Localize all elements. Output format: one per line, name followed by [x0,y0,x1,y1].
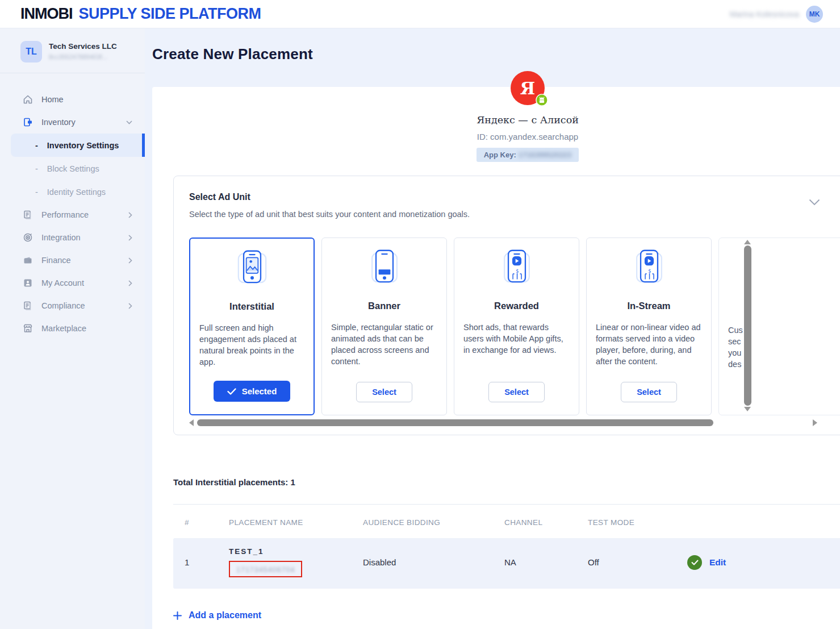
interstitial-icon [231,249,274,290]
sidebar-item-identity-settings[interactable]: - Identity Settings [0,180,145,203]
col-header-test-mode: TEST MODE [576,518,676,527]
select-button[interactable]: Select [621,382,677,402]
horizontal-scroll-thumb[interactable] [197,419,713,426]
sidebar-item-integration[interactable]: Integration [0,226,145,249]
banner-icon [363,248,406,289]
sidebar-item-inventory-settings[interactable]: - Inventory Settings [11,134,145,157]
ad-unit-title: Interstitial [229,301,274,312]
sidebar-item-home[interactable]: Home [0,88,145,111]
marketplace-icon [23,323,33,334]
ad-unit-title: Banner [368,301,400,311]
home-icon [23,94,33,105]
sidebar-item-label: Inventory [41,118,118,127]
vertical-scroll-thumb[interactable] [744,245,751,406]
svg-text:$: $ [516,269,519,274]
ad-unit-description: Simple, rectangular static or animated a… [331,322,437,367]
app-name: Яндекс — с Алисой [152,114,840,126]
app-key-value: 1716399520223 [518,151,571,159]
panel-title: Select Ad Unit [189,192,817,202]
ad-unit-card-banner[interactable]: Banner Simple, rectangular static or ani… [321,238,447,415]
ad-unit-card-rewarded[interactable]: $ Rewarded Short ads, that rewards users… [454,238,579,415]
test-mode-value: Off [576,557,676,567]
sidebar-item-label: Marketplace [41,324,132,333]
user-avatar[interactable]: MK [806,6,823,23]
check-icon [227,388,236,395]
placement-name: TEST_1 [229,547,352,556]
placements-section: Total Interstitial placements: 1 # PLACE… [173,477,840,620]
account-card: TL Tech Services LLC 8cc355247889403f... [0,41,145,73]
scroll-down-arrow-icon[interactable] [744,407,751,411]
app-key-label: App Key: [484,151,516,159]
ad-unit-card-clipped[interactable]: Cus sec you des [718,238,840,415]
sidebar-item-compliance[interactable]: Compliance [0,294,145,317]
select-ad-unit-panel: Select Ad Unit Select the type of ad uni… [173,176,840,435]
rewarded-icon: $ [495,248,538,289]
collapse-chevron-icon[interactable] [809,199,820,206]
sidebar-subitem-label: Inventory Settings [47,141,119,150]
edit-link[interactable]: Edit [709,557,726,568]
sidebar-item-marketplace[interactable]: Marketplace [0,317,145,340]
scroll-left-arrow-icon[interactable] [189,419,194,426]
sidebar-item-label: Performance [41,210,120,219]
sidebar-item-inventory[interactable]: Inventory [0,111,145,134]
scroll-up-arrow-icon[interactable] [744,240,751,244]
integration-icon [23,232,33,243]
ad-unit-title: Rewarded [494,301,539,311]
sidebar-subitem-label: Identity Settings [47,188,106,197]
horizontal-scrollbar[interactable] [189,419,817,427]
ad-unit-card-interstitial[interactable]: Interstitial Full screen and high engage… [189,238,315,415]
ad-unit-card-instream[interactable]: $ In-Stream Linear or non-linear video a… [586,238,712,415]
sidebar-item-my-account[interactable]: My Account [0,272,145,294]
table-row: 1 TEST_1 1717345406704 Disabled NA Off [173,538,840,589]
dash-icon: - [35,164,38,173]
row-index: 1 [173,557,218,567]
ad-unit-cards: Interstitial Full screen and high engage… [189,238,840,415]
sidebar-subitem-label: Block Settings [47,164,99,173]
col-header-audience-bidding: AUDIENCE BIDDING [352,518,493,527]
placement-id: 1717345406704 [236,566,295,574]
selected-button-label: Selected [242,386,277,396]
add-placement-button[interactable]: Add a placement [173,610,840,620]
svg-text:$: $ [648,269,651,274]
account-avatar: TL [20,41,42,63]
panel-subtitle: Select the type of ad unit that best sui… [189,210,817,219]
sidebar-item-finance[interactable]: Finance [0,249,145,272]
compliance-icon [23,301,33,311]
app-header: Я Яндекс — с Алисой ID: com.yandex.searc… [152,87,840,162]
app-bundle-id: ID: com.yandex.searchapp [152,132,840,141]
chevron-right-icon [128,212,132,218]
vertical-scrollbar[interactable] [743,240,751,411]
channel-value: NA [493,557,576,567]
chevron-down-icon [126,120,132,124]
col-header-channel: CHANNEL [493,518,576,527]
sidebar-item-performance[interactable]: Performance [0,203,145,226]
brand-secondary: SUPPLY SIDE PLATFORM [79,5,261,23]
chevron-right-icon [128,235,132,241]
scroll-right-arrow-icon[interactable] [813,419,817,426]
sidebar-item-label: Compliance [41,301,120,310]
row-actions: Edit [676,555,840,570]
col-header-placement-name: PLACEMENT NAME [218,518,352,527]
finance-icon [23,255,33,265]
horizontal-scroll-track[interactable] [196,419,810,426]
ad-unit-description: Short ads, that rewards users with Mobil… [463,322,570,356]
dash-icon: - [35,188,38,197]
my-account-icon [23,278,33,288]
user-area: Marina Kolesnicova MK [730,6,823,23]
selected-button[interactable]: Selected [214,381,291,402]
annotation-box: 1717345406704 [229,561,302,577]
user-name: Marina Kolesnicova [730,10,799,19]
select-button[interactable]: Select [356,382,412,402]
inventory-icon [23,117,33,127]
chevron-right-icon [128,303,132,309]
sidebar-item-block-settings[interactable]: - Block Settings [0,157,145,180]
total-placements-label: Total Interstitial placements: 1 [173,477,840,487]
sidebar: TL Tech Services LLC 8cc355247889403f...… [0,28,145,629]
account-id: 8cc355247889403f... [49,53,117,60]
chevron-right-icon [128,280,132,286]
sidebar-item-label: Home [41,95,132,104]
audience-bidding-value: Disabled [352,557,493,567]
table-header-row: # PLACEMENT NAME AUDIENCE BIDDING CHANNE… [173,505,840,538]
android-badge-icon [536,94,548,106]
select-button[interactable]: Select [488,382,545,402]
